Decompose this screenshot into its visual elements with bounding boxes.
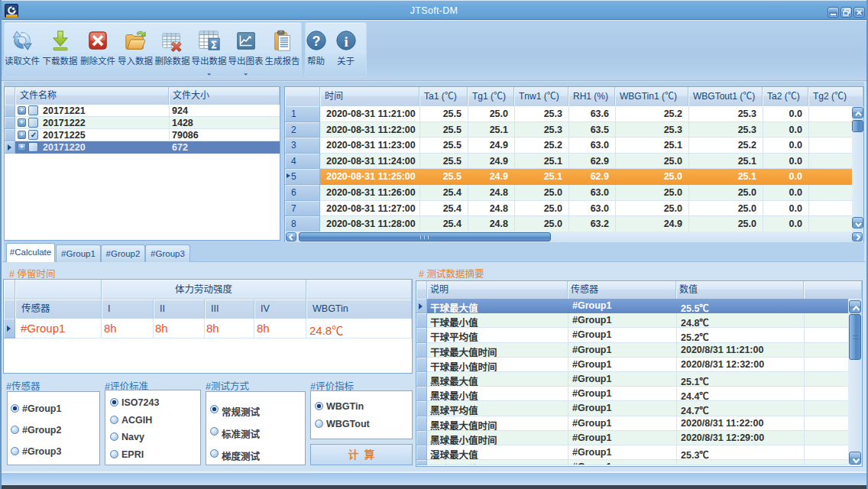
svg-text:?: ? [312, 34, 320, 49]
svg-text:✓: ✓ [31, 131, 37, 139]
svg-text:i: i [344, 34, 348, 50]
